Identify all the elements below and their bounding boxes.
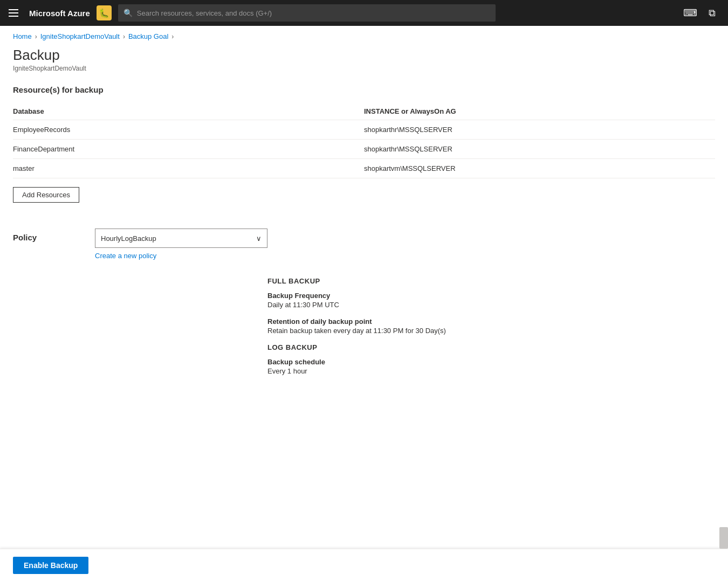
policy-section: Policy HourlyLogBackup ∨ Create a new po…: [13, 229, 715, 384]
breadcrumb-sep-2: ›: [123, 33, 125, 40]
backup-frequency-label: Backup Frequency: [267, 292, 715, 300]
retention-value: Retain backup taken every day at 11:30 P…: [267, 327, 715, 335]
nav-icons: ⌨ ⧉: [681, 3, 722, 23]
instance-cell: shopkarthr\MSSQLSERVER: [364, 120, 715, 140]
page-subtitle: IgniteShopkartDemoVault: [13, 65, 715, 72]
top-nav: Microsoft Azure 🐛 🔍 ⌨ ⧉: [0, 0, 728, 26]
policy-dropdown[interactable]: HourlyLogBackup ∨: [95, 229, 267, 248]
search-icon: 🔍: [123, 9, 133, 17]
resources-section-title: Resource(s) for backup: [13, 85, 715, 94]
instance-cell: shopkarthr\MSSQLSERVER: [364, 140, 715, 159]
log-backup-header: LOG BACKUP: [267, 343, 715, 351]
col-database-header: Database: [13, 103, 364, 120]
app-title: Microsoft Azure: [29, 9, 90, 18]
add-resources-button[interactable]: Add Resources: [13, 187, 79, 203]
backup-details: FULL BACKUP Backup Frequency Daily at 11…: [267, 277, 715, 375]
portal-icon-button[interactable]: ⧉: [702, 3, 722, 23]
policy-row: Policy HourlyLogBackup ∨ Create a new po…: [13, 229, 715, 384]
retention-label: Retention of daily backup point: [267, 317, 715, 326]
create-policy-link[interactable]: Create a new policy: [95, 252, 156, 260]
resources-table: Database INSTANCE or AlwaysOn AG Employe…: [13, 103, 715, 178]
database-cell: FinanceDepartment: [13, 140, 364, 159]
page-title: Backup: [13, 47, 715, 64]
breadcrumb-home[interactable]: Home: [13, 32, 32, 40]
policy-right: HourlyLogBackup ∨ Create a new policy FU…: [95, 229, 715, 384]
policy-dropdown-value: HourlyLogBackup: [101, 234, 156, 243]
search-input[interactable]: [137, 9, 490, 17]
table-row: mastershopkartvm\MSSQLSERVER: [13, 159, 715, 178]
table-row: EmployeeRecordsshopkarthr\MSSQLSERVER: [13, 120, 715, 140]
instance-cell: shopkartvm\MSSQLSERVER: [364, 159, 715, 178]
database-cell: master: [13, 159, 364, 178]
backup-frequency-item: Backup Frequency Daily at 11:30 PM UTC: [267, 292, 715, 309]
breadcrumb-goal[interactable]: Backup Goal: [128, 32, 168, 40]
policy-label: Policy: [13, 229, 78, 242]
terminal-icon-button[interactable]: ⌨: [681, 3, 700, 23]
backup-schedule-item: Backup schedule Every 1 hour: [267, 358, 715, 375]
log-backup-section: LOG BACKUP Backup schedule Every 1 hour: [267, 343, 715, 375]
backup-schedule-value: Every 1 hour: [267, 367, 715, 375]
col-instance-header: INSTANCE or AlwaysOn AG: [364, 103, 715, 120]
breadcrumb-vault[interactable]: IgniteShopkartDemoVault: [40, 32, 120, 40]
search-bar[interactable]: 🔍: [118, 4, 496, 22]
table-row: FinanceDepartmentshopkarthr\MSSQLSERVER: [13, 140, 715, 159]
bug-icon: 🐛: [97, 5, 112, 20]
chevron-down-icon: ∨: [256, 234, 262, 243]
resources-section: Resource(s) for backup Database INSTANCE…: [13, 85, 715, 220]
backup-schedule-label: Backup schedule: [267, 358, 715, 366]
breadcrumb-sep-3: ›: [171, 33, 174, 40]
retention-item: Retention of daily backup point Retain b…: [267, 317, 715, 335]
main-content: Backup IgniteShopkartDemoVault Resource(…: [0, 45, 728, 427]
backup-frequency-value: Daily at 11:30 PM UTC: [267, 301, 715, 309]
breadcrumb: Home › IgniteShopkartDemoVault › Backup …: [0, 26, 728, 45]
full-backup-header: FULL BACKUP: [267, 277, 715, 285]
database-cell: EmployeeRecords: [13, 120, 364, 140]
hamburger-menu[interactable]: [6, 7, 20, 19]
breadcrumb-sep-1: ›: [35, 33, 37, 40]
